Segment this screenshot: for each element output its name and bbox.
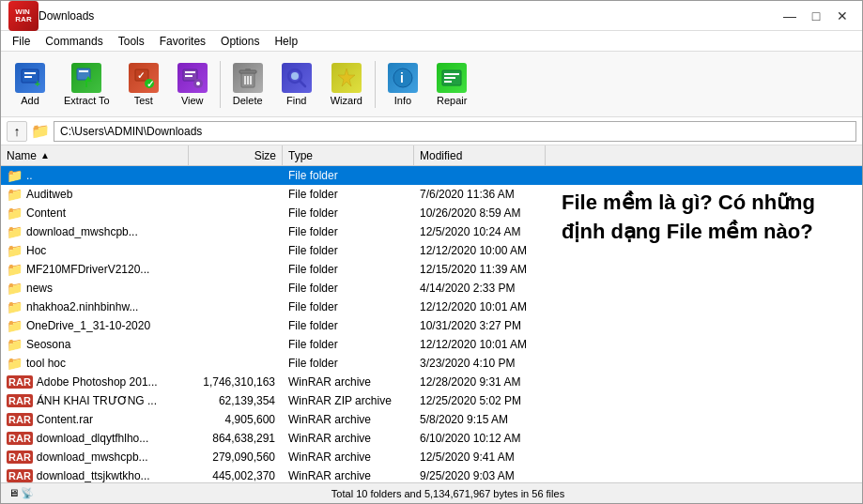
table-row[interactable]: 📁 tool hoc File folder 3/23/2020 4:10 PM [1, 354, 862, 373]
delete-button[interactable]: Delete [224, 57, 271, 112]
repair-icon [437, 63, 467, 93]
table-row[interactable]: RAR Content.rar 4,905,600 WinRAR archive… [1, 410, 862, 429]
table-row[interactable]: 📁 .. File folder [1, 166, 862, 185]
cell-modified: 12/12/2020 10:00 AM [414, 244, 546, 257]
folder-icon: 📁 [7, 243, 23, 258]
cell-name: 📁 MF210MFDriverV2120... [1, 262, 189, 277]
table-row[interactable]: RAR download_mwshcpb... 279,090,560 WinR… [1, 448, 862, 466]
cell-size: 4,905,600 [189, 413, 283, 426]
wizard-label: Wizard [331, 95, 362, 106]
menu-file[interactable]: File [5, 33, 38, 50]
find-button[interactable]: Find [273, 57, 320, 112]
address-bar: ↑ 📁 [1, 117, 862, 145]
title-bar: WINRAR Downloads — □ ✕ [1, 1, 862, 31]
cell-size: 62,139,354 [189, 394, 283, 407]
cell-type: WinRAR ZIP archive [283, 394, 414, 407]
view-button[interactable]: View [169, 57, 216, 112]
cell-modified: 4/14/2020 2:33 PM [414, 282, 546, 295]
cell-name: 📁 Seosona [1, 337, 189, 352]
menu-options[interactable]: Options [213, 33, 267, 50]
maximize-button[interactable]: □ [804, 7, 828, 25]
cell-type: WinRAR archive [283, 432, 414, 445]
svg-marker-26 [338, 69, 355, 86]
rar-icon: RAR [7, 469, 33, 482]
toolbar-separator-2 [375, 61, 376, 108]
cell-type: File folder [283, 300, 414, 313]
menu-bar: File Commands Tools Favorites Options He… [1, 31, 862, 52]
table-row[interactable]: RAR Adobe Photoshop 201... 1,746,310,163… [1, 373, 862, 391]
test-button[interactable]: ✓✓ Test [120, 57, 167, 112]
close-button[interactable]: ✕ [830, 7, 855, 25]
address-input[interactable] [54, 121, 856, 142]
cell-modified: 6/10/2020 10:12 AM [414, 432, 546, 445]
table-row[interactable]: 📁 news File folder 4/14/2020 2:33 PM [1, 279, 862, 298]
info-button[interactable]: i Info [379, 57, 426, 112]
add-icon: + [15, 63, 45, 93]
menu-tools[interactable]: Tools [111, 33, 152, 50]
folder-icon: 📁 [7, 187, 23, 202]
col-header-size[interactable]: Size [189, 145, 283, 165]
title-bar-controls: — □ ✕ [778, 7, 855, 25]
cell-name: 📁 Hoc [1, 243, 189, 258]
cell-type: WinRAR archive [283, 469, 414, 482]
cell-size: 1,746,310,163 [189, 375, 283, 389]
folder-icon: 📁 [7, 337, 23, 352]
svg-rect-2 [24, 76, 32, 78]
svg-rect-32 [444, 81, 452, 83]
cell-modified: 12/12/2020 10:01 AM [414, 300, 546, 313]
cell-name: RAR ẢNH KHAI TRƯƠNG ... [1, 394, 189, 407]
rar-icon: RAR [7, 375, 33, 389]
cell-name: 📁 Auditweb [1, 187, 189, 202]
col-header-type[interactable]: Type [283, 145, 414, 165]
folder-icon: 📁 [7, 281, 23, 296]
cell-name: 📁 Content [1, 206, 189, 221]
cell-name: RAR download_ttsjkwtkho... [1, 469, 189, 482]
cell-name: RAR Content.rar [1, 413, 189, 426]
svg-line-25 [300, 81, 305, 86]
table-row[interactable]: RAR ẢNH KHAI TRƯƠNG ... 62,139,354 WinRA… [1, 391, 862, 410]
svg-rect-14 [185, 75, 193, 77]
repair-button[interactable]: Repair [428, 57, 475, 112]
col-header-name[interactable]: Name ▲ [1, 145, 189, 165]
menu-help[interactable]: Help [267, 33, 305, 50]
table-row[interactable]: 📁 Seosona File folder 12/12/2020 10:01 A… [1, 335, 862, 354]
status-bar: 🖥 📡 Total 10 folders and 5,134,671,967 b… [1, 482, 862, 503]
table-row[interactable]: 📁 MF210MFDriverV2120... File folder 12/1… [1, 260, 862, 279]
cell-modified: 10/31/2020 3:27 PM [414, 319, 546, 332]
cell-modified: 12/15/2020 11:39 AM [414, 263, 546, 276]
status-icons: 🖥 📡 [8, 487, 34, 499]
col-header-modified[interactable]: Modified [414, 145, 546, 165]
cell-modified: 10/26/2020 8:59 AM [414, 206, 546, 220]
app-icon: WINRAR [8, 1, 39, 31]
cell-type: File folder [283, 244, 414, 257]
cell-type: WinRAR archive [283, 375, 414, 389]
up-button[interactable]: ↑ [7, 121, 27, 142]
cell-modified: 12/5/2020 10:24 AM [414, 225, 546, 238]
minimize-button[interactable]: — [778, 7, 802, 25]
table-row[interactable]: 📁 OneDrive_1_31-10-2020 File folder 10/3… [1, 316, 862, 335]
table-row[interactable]: 📁 nhakhoa2.ninhbinhw... File folder 12/1… [1, 298, 862, 316]
table-row[interactable]: RAR download_ttsjkwtkho... 445,002,370 W… [1, 466, 862, 482]
extract-to-button[interactable]: Extract To [55, 57, 118, 112]
column-headers: Name ▲ Size Type Modified [1, 145, 862, 166]
network-icon: 📡 [21, 487, 34, 499]
wizard-button[interactable]: Wizard [322, 57, 371, 112]
menu-commands[interactable]: Commands [38, 33, 110, 50]
cell-modified: 7/6/2020 11:36 AM [414, 188, 546, 201]
find-icon [282, 63, 312, 93]
test-icon: ✓✓ [129, 63, 159, 93]
add-button[interactable]: + Add [7, 57, 54, 112]
svg-point-16 [196, 82, 200, 85]
repair-label: Repair [437, 95, 467, 106]
folder-icon: 📁 [7, 224, 23, 239]
menu-favorites[interactable]: Favorites [152, 33, 213, 50]
cell-size: 279,090,560 [189, 451, 283, 464]
annotation-text: File mềm là gì? Có những định dạng File … [562, 189, 843, 247]
cell-type: WinRAR archive [283, 413, 414, 426]
rar-icon: RAR [7, 432, 33, 445]
table-row[interactable]: RAR download_dlqytfhlho... 864,638,291 W… [1, 429, 862, 448]
cell-modified: 12/25/2020 5:02 PM [414, 394, 546, 407]
info-icon: i [388, 63, 418, 93]
svg-text:i: i [400, 70, 404, 85]
svg-text:✓: ✓ [146, 79, 154, 89]
